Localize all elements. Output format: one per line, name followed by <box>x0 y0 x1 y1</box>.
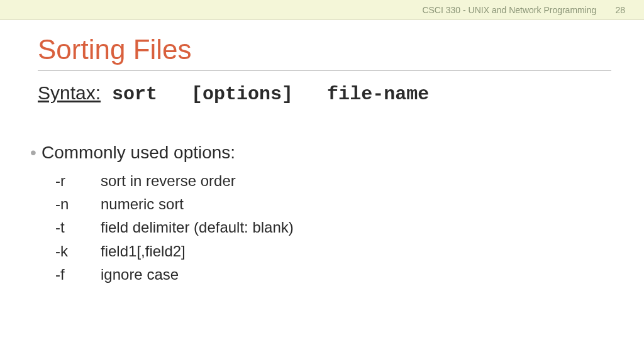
option-desc: ignore case <box>101 263 611 286</box>
options-heading: •Commonly used options: <box>38 143 611 163</box>
slide-title: Sorting Files <box>38 34 611 71</box>
option-desc: numeric sort <box>101 192 611 216</box>
list-item: -t field delimiter (default: blank) <box>55 216 611 239</box>
slide-content: Sorting Files Syntax: sort [options] fil… <box>0 20 644 286</box>
list-item: -k field1[,field2] <box>55 239 611 263</box>
option-flag: -f <box>55 263 101 286</box>
option-desc: field delimiter (default: blank) <box>101 216 611 239</box>
bullet-marker-icon: • <box>30 143 42 163</box>
course-name: CSCI 330 - UNIX and Network Programming <box>422 5 596 15</box>
header-bar: CSCI 330 - UNIX and Network Programming … <box>0 0 644 20</box>
list-item: -f ignore case <box>55 263 611 286</box>
page-number: 28 <box>615 5 625 15</box>
syntax-code: sort [options] file-name <box>101 84 429 105</box>
syntax-label: Syntax: <box>38 82 101 103</box>
option-desc: sort in reverse order <box>101 169 611 192</box>
option-flag: -r <box>55 169 101 192</box>
options-heading-text: Commonly used options: <box>42 143 235 162</box>
list-item: -n numeric sort <box>55 192 611 216</box>
list-item: -r sort in reverse order <box>55 169 611 192</box>
option-flag: -n <box>55 192 101 216</box>
options-list: -r sort in reverse order -n numeric sort… <box>38 169 611 286</box>
option-flag: -t <box>55 216 101 239</box>
option-flag: -k <box>55 239 101 263</box>
option-desc: field1[,field2] <box>101 239 611 263</box>
syntax-line: Syntax: sort [options] file-name <box>38 82 611 105</box>
